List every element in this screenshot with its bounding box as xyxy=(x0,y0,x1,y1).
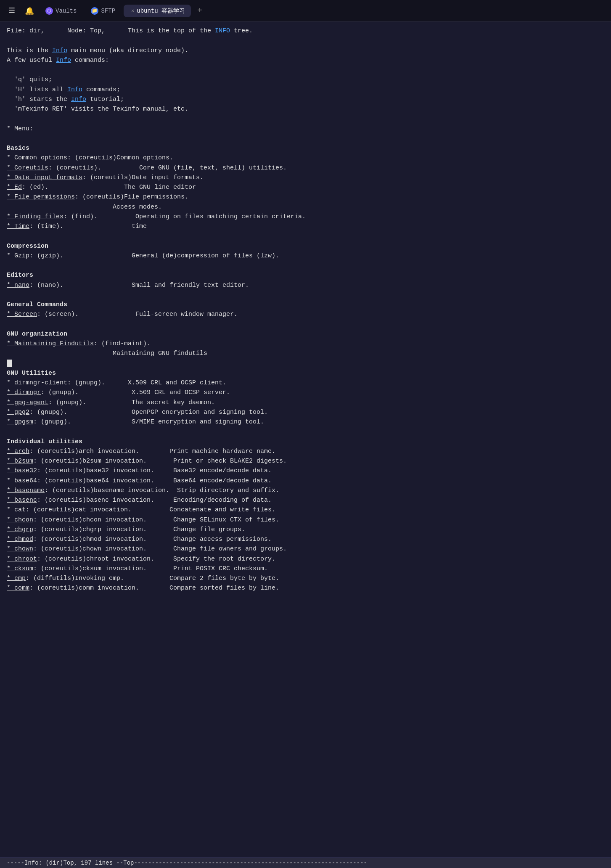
item-file-permissions: * File permissions: (coreutils)File perm… xyxy=(7,192,604,202)
vaults-icon: ⬡ xyxy=(45,7,53,15)
item-b2sum: * b2sum: (coreutils)b2sum invocation. Pr… xyxy=(7,456,604,466)
info-link-3[interactable]: Info xyxy=(67,86,82,93)
tab-vaults[interactable]: ⬡ Vaults xyxy=(40,5,82,17)
item-base32: * base32: (coreutils)base32 invocation. … xyxy=(7,466,604,476)
status-bar-text: -----Info: (dir)Top, 197 lines --Top----… xyxy=(7,860,367,866)
item-dirmngr: * dirmngr: (gnupg). X.509 CRL and OCSP s… xyxy=(7,388,604,397)
bell-icon: 🔔 xyxy=(25,6,34,16)
info-link-2[interactable]: Info xyxy=(56,57,71,64)
item-chmod: * chmod: (coreutils)chmod invocation. Ch… xyxy=(7,535,604,544)
cmd-mtexinfo: 'mTexinfo RET' visits the Texinfo manual… xyxy=(7,104,604,114)
item-gpg2: * gpg2: (gnupg). OpenPGP encryption and … xyxy=(7,408,604,417)
section-editors: Editors xyxy=(7,270,604,280)
section-gnu-org: GNU organization xyxy=(7,329,604,339)
info-link-1[interactable]: Info xyxy=(52,47,67,54)
vaults-label: Vaults xyxy=(56,8,77,14)
ubuntu-label: ubuntu 容器学习 xyxy=(137,7,185,15)
item-coreutils: * Coreutils: (coreutils). Core GNU (file… xyxy=(7,163,604,173)
item-chown: * chown: (coreutils)chown invocation. Ch… xyxy=(7,544,604,554)
cmd-h: 'h' starts the Info tutorial; xyxy=(7,95,604,104)
item-maintaining-findutils-desc: Maintaining GNU findutils xyxy=(7,349,604,358)
tab-bar: ☰ 🔔 ⬡ Vaults 📁 SFTP ✕ ubuntu 容器学习 + xyxy=(0,0,611,22)
intro-line-1: This is the Info main menu (aka director… xyxy=(7,46,604,56)
item-gpgsm: * gpgsm: (gnupg). S/MIME encryption and … xyxy=(7,417,604,427)
section-gnu-utilities: GNU Utilities xyxy=(7,368,604,378)
sftp-label: SFTP xyxy=(101,8,115,14)
info-link-top[interactable]: INFO xyxy=(215,27,230,34)
add-tab-button[interactable]: + xyxy=(193,5,206,17)
cmd-quit: 'q' quits; xyxy=(7,75,604,85)
item-ed: * Ed: (ed). The GNU line editor xyxy=(7,183,604,192)
bell-button[interactable]: 🔔 xyxy=(22,3,37,19)
item-screen: * Screen: (screen). Full-screen window m… xyxy=(7,310,604,319)
intro-line-2: A few useful Info commands: xyxy=(7,56,604,65)
menu-icon: ☰ xyxy=(8,7,15,15)
item-base64: * base64: (coreutils)base64 invocation. … xyxy=(7,476,604,486)
item-time: * Time: (time). time xyxy=(7,222,604,231)
file-node-line: File: dir, Node: Top, This is the top of… xyxy=(7,26,604,36)
item-chroot: * chroot: (coreutils)chroot invocation. … xyxy=(7,554,604,564)
item-cat: * cat: (coreutils)cat invocation. Concat… xyxy=(7,505,604,515)
terminal-content: File: dir, Node: Top, This is the top of… xyxy=(0,22,611,598)
close-icon[interactable]: ✕ xyxy=(131,8,134,14)
item-chcon: * chcon: (coreutils)chcon invocation. Ch… xyxy=(7,515,604,525)
item-maintaining-findutils: * Maintaining Findutils: (find-maint). xyxy=(7,339,604,349)
status-bar: -----Info: (dir)Top, 197 lines --Top----… xyxy=(0,857,611,868)
item-nano: * nano: (nano). Small and friendly text … xyxy=(7,281,604,290)
section-general-commands: General Commands xyxy=(7,300,604,310)
item-access-modes: Access modes. xyxy=(7,202,604,212)
item-chgrp: * chgrp: (coreutils)chgrp invocation. Ch… xyxy=(7,525,604,535)
item-basename: * basename: (coreutils)basename invocati… xyxy=(7,486,604,495)
section-individual-utilities: Individual utilities xyxy=(7,437,604,447)
item-cksum: * cksum: (coreutils)cksum invocation. Pr… xyxy=(7,564,604,574)
item-date-input: * Date input formats: (coreutils)Date in… xyxy=(7,173,604,183)
section-compression: Compression xyxy=(7,241,604,251)
sftp-icon: 📁 xyxy=(91,7,98,15)
tab-ubuntu[interactable]: ✕ ubuntu 容器学习 xyxy=(124,5,191,17)
item-finding-files: * Finding files: (find). Operating on fi… xyxy=(7,212,604,222)
menu-header: * Menu: xyxy=(7,124,604,134)
tab-sftp[interactable]: 📁 SFTP xyxy=(85,5,121,17)
menu-button[interactable]: ☰ xyxy=(4,3,19,19)
item-arch: * arch: (coreutils)arch invocation. Prin… xyxy=(7,447,604,456)
item-gpg-agent: * gpg-agent: (gnupg). The secret key dae… xyxy=(7,398,604,408)
item-comm: * comm: (coreutils)comm invocation. Comp… xyxy=(7,583,604,593)
cmd-H: 'H' lists all Info commands; xyxy=(7,85,604,95)
item-dirmngr-client: * dirmngr-client: (gnupg). X.509 CRL and… xyxy=(7,378,604,388)
item-gzip: * Gzip: (gzip). General (de)compression … xyxy=(7,251,604,261)
item-cmp: * cmp: (diffutils)Invoking cmp. Compare … xyxy=(7,574,604,583)
item-basenc: * basenc: (coreutils)basenc invocation. … xyxy=(7,495,604,505)
cursor-line xyxy=(7,359,604,368)
item-common-options: * Common options: (coreutils)Common opti… xyxy=(7,153,604,163)
cursor xyxy=(7,360,12,367)
info-link-4[interactable]: Info xyxy=(71,96,86,103)
section-basics: Basics xyxy=(7,143,604,153)
